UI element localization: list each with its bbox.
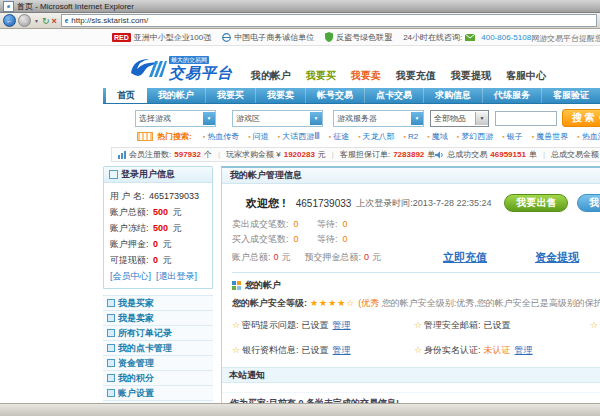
field-label: 可提现额: <box>110 255 149 265</box>
balance-label: 账户总额: <box>232 251 271 264</box>
sell-button[interactable]: 我要出售 <box>504 194 568 212</box>
hot-item[interactable]: ▪R2 <box>404 132 419 141</box>
site-stats-bar: 会员注册数:597932个 | 玩家求购金额 ¥1920283元 | 客服担保订… <box>111 147 600 162</box>
member-center-link[interactable]: [会员中心] <box>110 270 151 283</box>
page-favicon: e <box>65 16 69 26</box>
nav-home[interactable]: 首页 <box>106 88 147 103</box>
hot-item[interactable]: ▪银子 <box>502 131 522 142</box>
refresh-button[interactable]: ↻ <box>42 16 50 26</box>
bullet-icon: ▪ <box>577 133 579 140</box>
link-i-want-sell[interactable]: 我要卖 <box>351 69 381 83</box>
hotline-label: 24小时在线咨询: <box>403 32 462 43</box>
stats-right: 总成功交易46959151单 | 总成交易金额 ¥32963598元 <box>435 149 600 160</box>
search-button[interactable]: 搜 索 <box>562 109 600 127</box>
server-select[interactable]: 游戏服务器 ▼ <box>333 110 424 127</box>
nav-account-trade[interactable]: 帐号交易 <box>306 88 365 103</box>
recharge-link[interactable]: 立即充值 <box>443 250 487 265</box>
field-value: 500 <box>153 207 168 217</box>
stat-buy-label: 玩家求购金额 ¥ <box>226 149 281 160</box>
hot-item[interactable]: ▪热血传奇 <box>203 131 239 142</box>
red-badge-icon: RED <box>112 33 131 42</box>
site-logo[interactable]: 最大的交易网 交易平台 <box>129 49 233 81</box>
menu-square-icon <box>107 314 115 322</box>
frozen-field: 账户冻结: 500 元 <box>110 220 209 236</box>
login-panel-header: 登录用户信息 <box>104 167 212 183</box>
badge-ecommerce-label: 中国电子商务诚信单位 <box>234 32 314 43</box>
forward-button[interactable]: → <box>18 14 31 27</box>
panel-title: 我的帐户管理信息 <box>230 169 302 182</box>
sidebar-item-settings[interactable]: 账户设置 <box>103 386 213 401</box>
login-panel-body: 用 户 名: 4651739033 账户总额: 500 元 账户冻结: 500 … <box>104 183 212 288</box>
sidebar-menu: 我是买家 我是卖家 所有订单记录 我的点卡管理 资金管理 我的积分 账户设置 短… <box>103 295 213 416</box>
address-bar[interactable]: e http://sls.sktarist.com/ <box>61 14 597 27</box>
logo-tagline: 最大的交易网 <box>169 56 209 64</box>
hot-item[interactable]: ▪问道 <box>248 131 268 142</box>
field-value: 4651739033 <box>149 191 199 201</box>
buy-button[interactable]: 我要购买 <box>577 194 600 212</box>
sold-wait-label: 等待: <box>317 219 338 229</box>
link-i-want-buy[interactable]: 我要买 <box>306 69 336 83</box>
withdraw-link[interactable]: 资金提现 <box>535 250 579 265</box>
hot-item[interactable]: ▪魔域 <box>427 131 447 142</box>
bullet-icon: ▪ <box>404 133 406 140</box>
address-url[interactable]: http://sls.sktarist.com/ <box>71 16 148 25</box>
nav-service-verify[interactable]: 客服验证 <box>542 88 600 103</box>
sidebar-item-orders[interactable]: 所有订单记录 <box>103 326 213 341</box>
bought-value: 0 <box>294 234 299 244</box>
hot-item[interactable]: ▪征途 <box>329 131 349 142</box>
chevron-down-icon: ▼ <box>475 112 488 125</box>
page-container: 最大的交易网 交易平台 我的帐户 我要买 我要卖 我要充值 我要提现 客服中心 … <box>103 46 600 416</box>
deposit-value: 0 <box>364 252 369 262</box>
hot-item[interactable]: ▪大话西游Ⅲ <box>278 131 320 142</box>
sidebar-item-cards[interactable]: 我的点卡管理 <box>103 341 213 356</box>
hot-item[interactable]: ▪魔兽世界 <box>532 131 568 142</box>
field-value: 500 <box>153 223 168 233</box>
hot-item[interactable]: ▪热血江湖 <box>577 131 600 142</box>
stat-done-unit: 单 <box>529 149 537 160</box>
back-button[interactable]: ← <box>3 14 16 27</box>
nav-powerleveling[interactable]: 代练服务 <box>483 88 542 103</box>
nav-buy[interactable]: 我要买 <box>206 88 256 103</box>
bullet-icon: ▪ <box>358 133 360 140</box>
badge-top100: RED 亚洲中小型企业100强 <box>112 32 211 43</box>
security-note: 您的帐户安全级别:优秀,您的帐户安全已是高级别的保护状态。) <box>382 298 600 308</box>
zone-select[interactable]: 游戏区 ▼ <box>232 110 323 127</box>
item-type-select[interactable]: 全部物品 ▼ <box>430 110 489 127</box>
bullet-icon: ▪ <box>532 133 534 140</box>
manage-link[interactable]: 管理 <box>515 345 533 355</box>
stat-done-label: 总成功交易 <box>447 149 487 160</box>
history-dropdown-icon[interactable]: ▼ <box>34 18 39 24</box>
nav-sell[interactable]: 我要卖 <box>256 88 306 103</box>
login-panel-title: 登录用户信息 <box>121 168 175 181</box>
link-recharge[interactable]: 我要充值 <box>396 69 436 83</box>
search-input[interactable] <box>495 111 557 126</box>
stop-button[interactable]: × <box>52 16 57 26</box>
link-withdraw[interactable]: 我要提现 <box>451 69 491 83</box>
sidebar-item-seller[interactable]: 我是卖家 <box>103 311 213 326</box>
link-my-account[interactable]: 我的帐户 <box>251 69 291 83</box>
link-service-center[interactable]: 客服中心 <box>506 69 546 83</box>
sidebar-item-buyer[interactable]: 我是买家 <box>103 296 213 311</box>
nav-wanted-info[interactable]: 求购信息 <box>424 88 483 103</box>
sidebar-item-funds[interactable]: 资金管理 <box>103 356 213 371</box>
nav-card-trade[interactable]: 点卡交易 <box>365 88 424 103</box>
stat-amount-label: 总成交易金额 ¥ <box>551 149 600 160</box>
sidebar-item-points[interactable]: 我的积分 <box>103 371 213 386</box>
manage-link[interactable]: 管理 <box>333 320 351 330</box>
security-item-pay-password: ☆支付密码:已设置管理 <box>590 319 600 332</box>
hot-item[interactable]: ▪梦幻西游 <box>457 131 493 142</box>
hotline-number[interactable]: 400-806-5108 <box>481 33 531 42</box>
security-item-real-name: ☆身份实名认证:未认证管理 <box>414 344 590 357</box>
game-select[interactable]: 选择游戏 ▼ <box>135 110 216 127</box>
logout-link[interactable]: [退出登录] <box>156 270 197 283</box>
deposit-unit: 元 <box>372 251 381 264</box>
panel-square-icon <box>109 170 118 179</box>
stat-reg-value: 597932 <box>174 150 201 159</box>
manage-link[interactable]: 管理 <box>333 345 351 355</box>
hot-search-label: 热门搜索: <box>157 131 192 142</box>
nav-my-account[interactable]: 我的帐户 <box>147 88 206 103</box>
hot-item[interactable]: ▪天龙八部 <box>358 131 394 142</box>
server-select-value: 游戏服务器 <box>337 113 377 124</box>
field-value: 0 <box>153 255 158 265</box>
star-icon: ☆ <box>414 320 422 330</box>
